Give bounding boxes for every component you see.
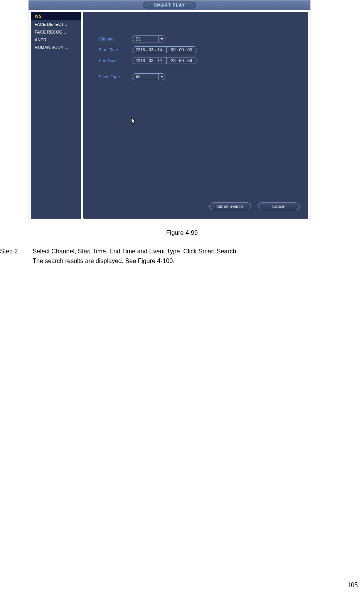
cancel-button[interactable]: Cancel <box>258 202 300 210</box>
page-number: 105 <box>347 581 358 589</box>
chevron-down-icon <box>158 74 165 80</box>
label-end-time: End Time <box>99 58 130 63</box>
channel-select[interactable]: D1 <box>132 35 165 42</box>
end-date-value: 2018 - 03 - 14 <box>132 57 165 64</box>
step-line-2: The search results are displayed. See Fi… <box>32 258 174 264</box>
start-time-value: 00 : 00 : 00 <box>168 47 197 53</box>
step-block: Step 2 Select Channel, Start Time, End T… <box>0 247 364 266</box>
start-time-input[interactable]: 2018 - 03 - 14 00 : 00 : 00 <box>132 46 197 53</box>
sidebar-item-human-body[interactable]: HUMAN BODY ... <box>31 44 81 51</box>
start-date-value: 2018 - 03 - 14 <box>132 47 165 53</box>
app-window: SMART PLAY IVS FACE DETECT... FACE RECOG… <box>28 0 311 221</box>
cursor-icon <box>131 118 136 125</box>
title-bar: SMART PLAY <box>29 0 310 10</box>
chevron-down-icon <box>158 36 165 42</box>
label-event-type: Event Type <box>99 74 130 79</box>
label-start-time: Start Time <box>99 47 130 52</box>
window-title: SMART PLAY <box>143 2 196 8</box>
end-time-value: 23 : 59 : 59 <box>168 57 197 64</box>
main-panel: Channel D1 Start Time 2018 - 03 - 14 00 … <box>83 12 308 219</box>
button-row: Smart Search Cancel <box>204 202 300 210</box>
row-event-type: Event Type All <box>99 73 165 81</box>
sidebar-item-face-detect[interactable]: FACE DETECT... <box>31 20 81 28</box>
step-text: Select Channel, Start Time, End Time and… <box>32 247 349 266</box>
event-type-value: All <box>132 74 157 80</box>
sidebar-item-ivs[interactable]: IVS <box>31 12 81 20</box>
step-line-1: Select Channel, Start Time, End Time and… <box>32 248 238 255</box>
label-channel: Channel <box>99 37 130 41</box>
row-start-time: Start Time 2018 - 03 - 14 00 : 00 : 00 <box>99 46 197 54</box>
end-time-input[interactable]: 2018 - 03 - 14 23 : 59 : 59 <box>132 57 197 64</box>
smart-search-button[interactable]: Smart Search <box>209 202 251 210</box>
event-type-select[interactable]: All <box>132 73 165 80</box>
divider <box>166 57 167 64</box>
sidebar-item-face-recog[interactable]: FACE RECOG... <box>31 28 81 36</box>
figure-caption: Figure 4-99 <box>0 229 364 236</box>
row-end-time: End Time 2018 - 03 - 14 23 : 59 : 59 <box>99 57 197 64</box>
divider <box>166 47 167 53</box>
sidebar: IVS FACE DETECT... FACE RECOG... ANPR HU… <box>31 12 81 219</box>
channel-value: D1 <box>132 36 157 42</box>
sidebar-item-anpr[interactable]: ANPR <box>31 36 81 44</box>
row-channel: Channel D1 <box>99 35 165 43</box>
step-label: Step 2 <box>0 247 31 256</box>
